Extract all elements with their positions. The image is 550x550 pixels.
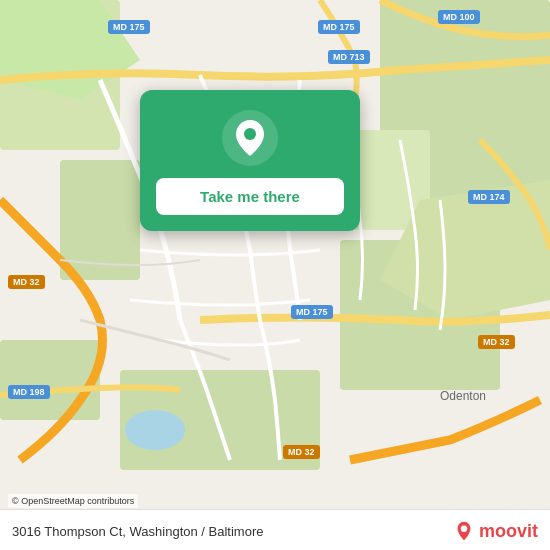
osm-credit: © OpenStreetMap contributors [8,494,138,508]
map-container: Odenton MD 175 MD 175 MD 175 MD 100 MD 7… [0,0,550,550]
route-badge-md175-3: MD 175 [291,305,333,319]
popup-card: Take me there [140,90,360,231]
route-badge-md175-1: MD 175 [108,20,150,34]
route-badge-md32-1: MD 32 [8,275,45,289]
map-svg: Odenton [0,0,550,510]
moovit-pin-icon [453,520,475,542]
route-badge-md174: MD 174 [468,190,510,204]
route-badge-md713: MD 713 [328,50,370,64]
svg-text:Odenton: Odenton [440,389,486,403]
route-badge-md32-3: MD 32 [283,445,320,459]
svg-point-10 [125,410,185,450]
location-pin-icon [222,110,278,166]
route-badge-md100: MD 100 [438,10,480,24]
route-badge-md32-2: MD 32 [478,335,515,349]
svg-rect-3 [0,340,100,420]
take-me-there-button[interactable]: Take me there [156,178,344,215]
moovit-text: moovit [479,521,538,542]
bottom-bar: 3016 Thompson Ct, Washington / Baltimore… [0,509,550,550]
address-label: 3016 Thompson Ct, Washington / Baltimore [12,524,263,539]
route-badge-md198: MD 198 [8,385,50,399]
route-badge-md175-2: MD 175 [318,20,360,34]
svg-point-13 [244,128,256,140]
svg-point-14 [461,526,467,532]
moovit-logo: moovit [453,520,538,542]
